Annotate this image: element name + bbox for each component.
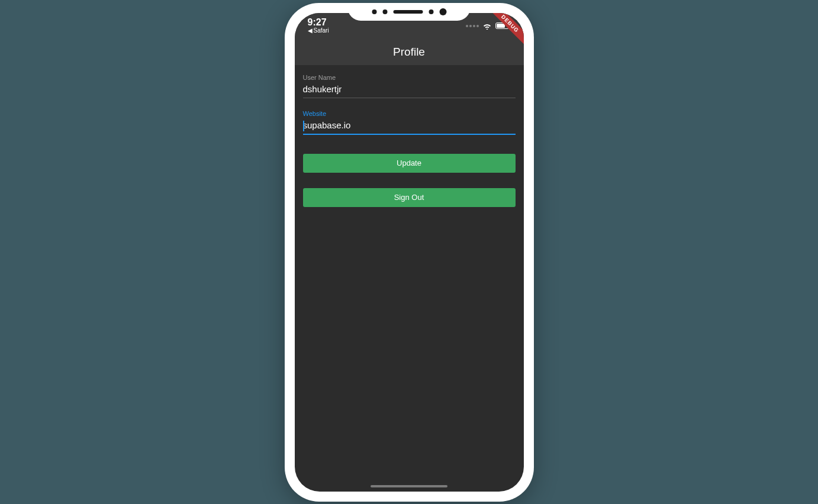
status-time: 9:27 [308, 18, 327, 27]
wifi-icon [482, 22, 492, 30]
back-to-safari[interactable]: ◀ Safari [308, 28, 329, 34]
device-notch [348, 3, 471, 21]
home-indicator[interactable] [371, 485, 447, 487]
username-input[interactable] [303, 83, 516, 98]
page-title: Profile [393, 46, 425, 59]
app-bar: Profile [295, 39, 524, 66]
username-field: User Name [303, 74, 516, 98]
back-chevron-icon: ◀ [308, 28, 313, 34]
website-field: Website [303, 110, 516, 135]
website-label: Website [303, 110, 516, 117]
username-label: User Name [303, 74, 516, 81]
update-button[interactable]: Update [303, 154, 516, 173]
screen: DEBUG 9:27 ◀ Safari [295, 13, 524, 492]
device-frame: DEBUG 9:27 ◀ Safari [285, 3, 534, 502]
text-caret [303, 121, 304, 131]
cellular-icon [466, 25, 479, 27]
sign-out-button[interactable]: Sign Out [303, 188, 516, 207]
form-content: User Name Website Update Sign Out [295, 66, 524, 215]
website-input[interactable] [303, 119, 516, 135]
